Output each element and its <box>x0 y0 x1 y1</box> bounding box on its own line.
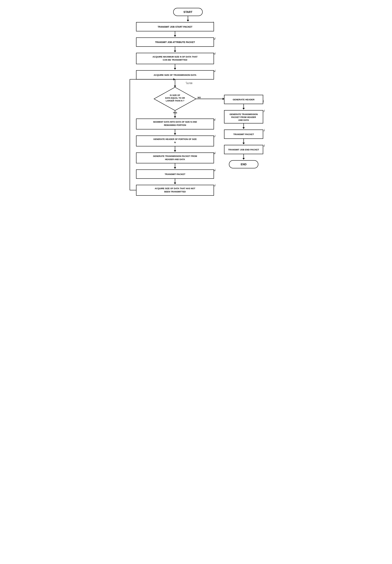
svg-text:/: / <box>215 169 216 171</box>
svg-marker-57 <box>243 108 245 110</box>
svg-text:/: / <box>263 100 264 102</box>
svg-marker-46 <box>174 183 176 184</box>
end-label: END <box>241 163 246 166</box>
s1712-text: GENERATE TRANSMISSION <box>230 113 258 115</box>
svg-text:/: / <box>215 118 216 120</box>
flowchart-svg: START S1701 / TRANSMIT JOB START PACKET … <box>123 5 269 263</box>
svg-marker-2 <box>187 20 189 21</box>
svg-text:/: / <box>215 52 216 54</box>
no-label: NO <box>198 96 201 99</box>
svg-text:/: / <box>215 151 216 154</box>
svg-marker-27 <box>223 98 224 100</box>
svg-text:/: / <box>215 37 216 39</box>
svg-marker-32 <box>174 133 176 135</box>
svg-rect-39 <box>136 153 214 163</box>
s1711-text: GENERATE HEADER <box>233 99 255 101</box>
svg-text:/: / <box>215 184 216 186</box>
svg-text:/: / <box>215 135 216 137</box>
svg-text:CAN BE TRANSMITTED: CAN BE TRANSMITTED <box>163 59 187 61</box>
s1705-text: IS SIZE OF <box>170 94 180 97</box>
svg-rect-34 <box>136 136 214 146</box>
svg-text:N: N <box>174 141 176 144</box>
svg-text:PACKET FROM HEADER: PACKET FROM HEADER <box>231 116 256 118</box>
svg-marker-6 <box>174 35 176 37</box>
svg-text:BEEN TRANSMITTED: BEEN TRANSMITTED <box>164 190 186 193</box>
svg-marker-25 <box>174 116 176 118</box>
s1707-text: GENERATE HEADER OF PORTION OF SIZE <box>153 138 197 141</box>
svg-marker-63 <box>243 127 245 129</box>
svg-rect-12 <box>136 53 214 64</box>
svg-marker-10 <box>174 51 176 52</box>
svg-text:/: / <box>215 69 216 71</box>
svg-marker-37 <box>174 150 176 152</box>
s1710-text: ACQUIRE SIZE OF DATA THAT HAS NOT <box>155 187 195 190</box>
s1709-text: TRANSMIT PACKET <box>165 173 186 175</box>
svg-text:/: / <box>264 144 265 146</box>
s1708-text: GENERATE TRANSMISSION PACKET FROM <box>153 155 197 157</box>
svg-marker-42 <box>174 167 176 169</box>
svg-marker-15 <box>174 68 176 70</box>
flowchart: START S1701 / TRANSMIT JOB START PACKET … <box>123 5 269 264</box>
svg-text:AND DATA: AND DATA <box>238 119 249 121</box>
svg-rect-48 <box>136 185 214 196</box>
s1702-text: TRANSMIT JOB ATTRIBUTE PACKET <box>155 41 195 43</box>
s1703-text: ACQUIRE MAXIMUM SIZE N OF DATA THAT <box>152 56 198 58</box>
start-label: START <box>183 11 192 14</box>
s1701-text: TRANSMIT JOB START PACKET <box>158 26 192 28</box>
svg-text:HEADER AND DATA: HEADER AND DATA <box>165 158 185 161</box>
s1713-text: TRANSMIT PACKET <box>233 133 254 136</box>
svg-text:/: / <box>264 109 265 112</box>
svg-marker-71 <box>243 158 245 160</box>
svg-marker-19 <box>174 86 176 87</box>
s1705-label: S1705 <box>186 82 192 85</box>
s1704-text: ACQUIRE SIZE OF TRANSMISSION DATA <box>154 74 196 76</box>
svg-text:LARGER THAN N ?: LARGER THAN N ? <box>166 100 184 102</box>
svg-text:REMAINING PORTION: REMAINING PORTION <box>164 124 186 126</box>
svg-text:/: / <box>264 129 265 131</box>
svg-text:DATA EQUAL TO OR: DATA EQUAL TO OR <box>165 97 185 99</box>
s1706-text: SEGMENT DATA INTO DATA OF SIZE N AND <box>153 121 197 123</box>
s1714-text: TRANSMIT JOB END PACKET <box>228 148 259 151</box>
svg-marker-67 <box>243 143 245 144</box>
